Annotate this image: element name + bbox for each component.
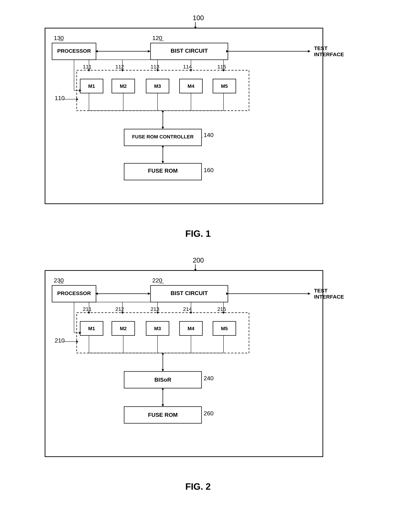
fig1-ref160: 160: [204, 167, 214, 173]
fig2-ref210: 210: [55, 337, 65, 344]
fig2-processor-label: PROCESSOR: [57, 290, 91, 296]
fig1-ref111: 111: [83, 64, 92, 69]
fig2-ref230: 230: [54, 277, 64, 284]
fig2-m1: M1: [88, 326, 95, 331]
fig1-label: FIG. 1: [185, 228, 211, 239]
fig1-m5: M5: [221, 83, 228, 89]
fig1-ref113: 113: [151, 64, 159, 69]
fig1-test-interface-label: TEST: [314, 45, 328, 51]
fig1-ref130: 130: [54, 35, 64, 41]
fig1-diagram: 100 130 120 PROCESSOR BIST CIRCUIT TEST …: [31, 11, 365, 221]
svg-text:INTERFACE: INTERFACE: [314, 294, 344, 300]
fig2-m5: M5: [221, 326, 228, 331]
fig1-ref120: 120: [152, 35, 162, 41]
fig2-label: FIG. 2: [185, 481, 211, 492]
fig1-bist-label: BIST CIRCUIT: [171, 48, 208, 54]
fig2-ref240: 240: [204, 375, 214, 381]
fig2-ref215: 215: [217, 306, 226, 312]
figure-2-container: 200 230 220 PROCESSOR BIST CIRCUIT TEST …: [14, 253, 382, 492]
fig2-m2: M2: [120, 326, 127, 331]
fig1-processor-label: PROCESSOR: [57, 48, 91, 54]
fig2-bisor-label: BISoR: [154, 377, 171, 383]
fig1-ref112: 112: [115, 64, 124, 69]
fig1-m4: M4: [188, 83, 194, 89]
fig2-ref212: 212: [115, 306, 124, 312]
fig2-test-interface-label: TEST: [314, 288, 328, 294]
fig1-ref100: 100: [193, 14, 204, 22]
fig1-ref115: 115: [217, 64, 226, 69]
fig2-ref220: 220: [152, 277, 162, 284]
figure-1-container: 100 130 120 PROCESSOR BIST CIRCUIT TEST …: [14, 11, 382, 239]
fig2-ref200: 200: [193, 257, 204, 264]
fig2-m4: M4: [188, 326, 194, 331]
fig1-m1: M1: [88, 83, 95, 89]
fig2-ref260: 260: [204, 410, 214, 417]
fig2-ref213: 213: [151, 306, 159, 312]
fig2-m3: M3: [154, 326, 161, 331]
fig1-fuse-rom-label: FUSE ROM: [148, 168, 178, 174]
fig2-ref214: 214: [183, 306, 192, 312]
svg-text:INTERFACE: INTERFACE: [314, 51, 344, 57]
fig1-ref110: 110: [55, 95, 65, 101]
fig1-ref140: 140: [204, 131, 214, 138]
fig1-m2: M2: [120, 83, 127, 89]
fig2-bist-label: BIST CIRCUIT: [171, 290, 208, 296]
fig1-m3: M3: [154, 83, 161, 89]
fig2-ref211: 211: [83, 306, 92, 312]
fig2-fuse-rom-label: FUSE ROM: [148, 412, 178, 418]
fig1-fuse-rom-ctrl-label: FUSE ROM CONTROLLER: [132, 134, 194, 139]
fig1-ref114: 114: [183, 64, 192, 69]
fig2-diagram: 200 230 220 PROCESSOR BIST CIRCUIT TEST …: [31, 253, 365, 474]
